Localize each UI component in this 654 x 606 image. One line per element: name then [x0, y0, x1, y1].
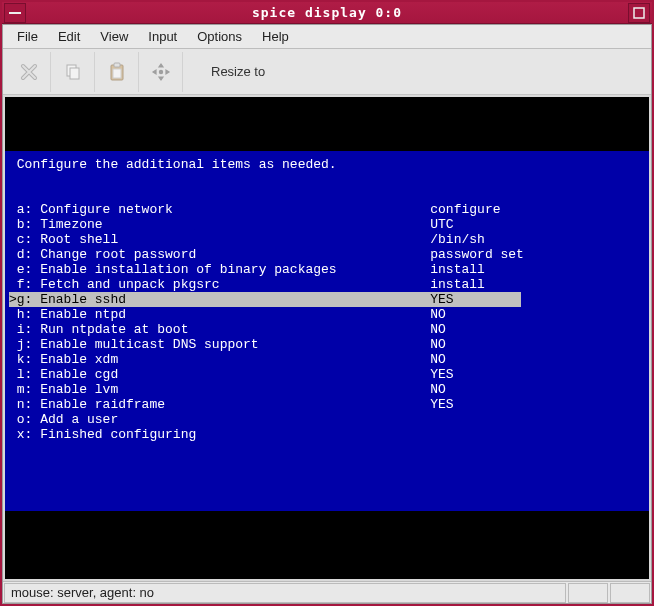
terminal[interactable]: Configure the additional items as needed… [5, 151, 649, 511]
resize-label: Resize to [211, 64, 265, 79]
display-margin-bottom [5, 511, 649, 579]
copy-icon [63, 62, 83, 82]
display-margin-top [5, 97, 649, 151]
copy-button[interactable] [51, 52, 95, 92]
status-cell-2 [610, 583, 650, 603]
svg-rect-6 [113, 69, 121, 78]
svg-rect-3 [70, 68, 79, 79]
status-cell-1 [568, 583, 608, 603]
menu-view[interactable]: View [90, 27, 138, 46]
menu-file[interactable]: File [7, 27, 48, 46]
window-title: spice display 0:0 [28, 5, 626, 20]
menu-help[interactable]: Help [252, 27, 299, 46]
status-bar: mouse: server, agent: no [3, 581, 651, 603]
close-button[interactable] [7, 52, 51, 92]
window-body: File Edit View Input Options Help [2, 24, 652, 604]
paste-button[interactable] [95, 52, 139, 92]
status-text: mouse: server, agent: no [4, 583, 566, 603]
spice-display[interactable]: Configure the additional items as needed… [5, 97, 649, 579]
paste-icon [107, 62, 127, 82]
svg-rect-1 [634, 8, 644, 18]
maximize-button[interactable] [628, 3, 650, 23]
menubar: File Edit View Input Options Help [3, 25, 651, 49]
toolbar: Resize to [3, 49, 651, 95]
menu-input[interactable]: Input [138, 27, 187, 46]
svg-rect-0 [9, 12, 21, 14]
close-icon [19, 62, 39, 82]
titlebar[interactable]: spice display 0:0 [2, 2, 652, 24]
menu-options[interactable]: Options [187, 27, 252, 46]
svg-point-7 [159, 70, 162, 73]
menu-edit[interactable]: Edit [48, 27, 90, 46]
window-menu-button[interactable] [4, 3, 26, 23]
svg-rect-5 [114, 63, 120, 67]
arrows-move-icon [150, 61, 172, 83]
window-frame: spice display 0:0 File Edit View Input O… [0, 0, 654, 606]
resize-tool-button[interactable] [139, 52, 183, 92]
